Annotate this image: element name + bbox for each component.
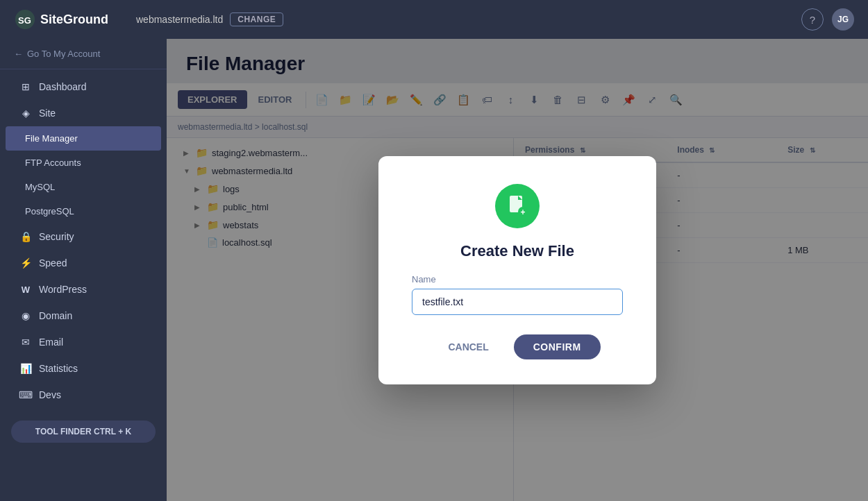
create-file-icon: + bbox=[506, 194, 529, 218]
sidebar-item-label: PostgreSQL bbox=[25, 206, 74, 216]
modal-name-label: Name bbox=[412, 274, 623, 285]
security-icon: 🔒 bbox=[19, 230, 32, 243]
sidebar-item-label: Dashboard bbox=[39, 81, 87, 92]
sidebar-item-devs[interactable]: ⌨ Devs bbox=[6, 382, 161, 408]
help-button[interactable]: ? bbox=[801, 8, 824, 31]
sidebar-item-label: Domain bbox=[39, 310, 72, 321]
sidebar-item-postgresql[interactable]: PostgreSQL bbox=[6, 199, 161, 223]
site-name: webmastermedia.ltd bbox=[136, 14, 223, 25]
sidebar-item-email[interactable]: ✉ Email bbox=[6, 329, 161, 355]
cancel-button[interactable]: CANCEL bbox=[434, 334, 502, 359]
sidebar-section-main: ⊞ Dashboard ◈ Site File Manager FTP Acco… bbox=[0, 69, 167, 412]
back-arrow-icon: ← bbox=[14, 49, 23, 59]
confirm-button[interactable]: CONFIRM bbox=[514, 334, 601, 359]
logo-text: SiteGround bbox=[40, 12, 108, 27]
sidebar-item-security[interactable]: 🔒 Security bbox=[6, 223, 161, 250]
domain-icon: ◉ bbox=[19, 309, 32, 322]
sidebar-item-label: FTP Accounts bbox=[25, 158, 81, 168]
sidebar-item-label: MySQL bbox=[25, 182, 55, 192]
svg-text:SG: SG bbox=[18, 15, 31, 26]
sidebar-item-label: Devs bbox=[39, 389, 61, 400]
main-layout: ← Go To My Account ⊞ Dashboard ◈ Site Fi… bbox=[0, 39, 868, 501]
sidebar-item-ftp-accounts[interactable]: FTP Accounts bbox=[6, 151, 161, 175]
modal-form: Name bbox=[412, 274, 623, 315]
wordpress-icon: W bbox=[19, 283, 32, 296]
sidebar-item-label: Site bbox=[39, 108, 56, 119]
sidebar-item-label: File Manager bbox=[25, 133, 78, 144]
site-selector: webmastermedia.ltd CHANGE bbox=[136, 12, 283, 26]
sidebar-item-domain[interactable]: ◉ Domain bbox=[6, 303, 161, 329]
modal-icon-circle: + bbox=[495, 184, 540, 228]
logo[interactable]: SG SiteGround bbox=[14, 8, 108, 31]
statistics-icon: 📊 bbox=[19, 362, 32, 375]
sidebar-item-label: WordPress bbox=[39, 284, 87, 295]
sidebar-item-mysql[interactable]: MySQL bbox=[6, 175, 161, 199]
tool-finder-button[interactable]: TOOL FINDER CTRL + K bbox=[11, 421, 156, 443]
svg-text:+: + bbox=[521, 207, 526, 217]
sidebar-item-statistics[interactable]: 📊 Statistics bbox=[6, 355, 161, 382]
modal-title: Create New File bbox=[460, 242, 574, 260]
devs-icon: ⌨ bbox=[19, 389, 32, 401]
modal-overlay: + Create New File Name CANCEL CONFIRM bbox=[167, 39, 868, 501]
dashboard-icon: ⊞ bbox=[19, 80, 32, 93]
sidebar: ← Go To My Account ⊞ Dashboard ◈ Site Fi… bbox=[0, 39, 167, 501]
modal-actions: CANCEL CONFIRM bbox=[412, 334, 623, 359]
sidebar-item-label: Email bbox=[39, 337, 63, 348]
sidebar-item-file-manager[interactable]: File Manager bbox=[6, 126, 161, 151]
email-icon: ✉ bbox=[19, 336, 32, 348]
change-button[interactable]: CHANGE bbox=[230, 12, 283, 26]
sidebar-item-label: Security bbox=[39, 231, 74, 242]
sidebar-item-wordpress[interactable]: W WordPress bbox=[6, 276, 161, 303]
sidebar-item-dashboard[interactable]: ⊞ Dashboard bbox=[6, 74, 161, 100]
site-icon: ◈ bbox=[19, 107, 32, 119]
create-file-modal: + Create New File Name CANCEL CONFIRM bbox=[378, 156, 656, 384]
sidebar-item-label: Speed bbox=[39, 257, 67, 269]
sidebar-item-speed[interactable]: ⚡ Speed bbox=[6, 250, 161, 276]
back-label: Go To My Account bbox=[27, 49, 100, 59]
navbar-right: ? JG bbox=[801, 8, 854, 31]
sidebar-item-label: Statistics bbox=[39, 363, 78, 374]
modal-name-input[interactable] bbox=[412, 289, 623, 315]
speed-icon: ⚡ bbox=[19, 257, 32, 269]
avatar[interactable]: JG bbox=[832, 8, 854, 31]
sidebar-item-site[interactable]: ◈ Site bbox=[6, 100, 161, 126]
content-area: File Manager EXPLORER EDITOR 📄 📁 📝 📂 ✏️ … bbox=[167, 39, 868, 501]
back-to-account[interactable]: ← Go To My Account bbox=[0, 39, 167, 69]
navbar: SG SiteGround webmastermedia.ltd CHANGE … bbox=[0, 0, 868, 39]
